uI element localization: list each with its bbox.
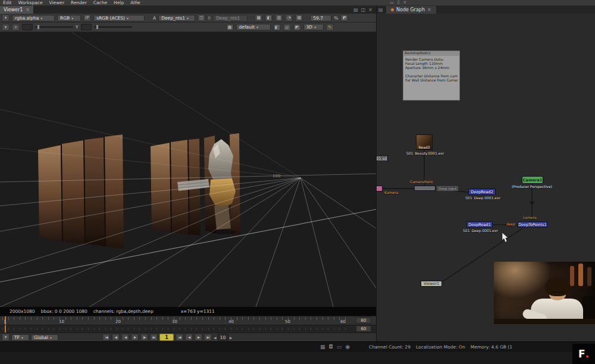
proxy-mode-icon[interactable]: ▦ [255, 14, 262, 21]
loop-start-button[interactable]: |◀ [176, 334, 183, 341]
scanline-icon[interactable]: ▥ [275, 14, 283, 21]
step-forward-button[interactable]: ▶ [195, 334, 202, 341]
timeline-options-caret-icon[interactable]: ▾ [2, 334, 10, 341]
menu-render[interactable]: Render [71, 0, 87, 5]
node-graph-tabbar: ▤ Node Graph × [376, 6, 595, 14]
node-graph-pane-menu-icon[interactable]: ▤ [378, 7, 383, 12]
goto-end-button[interactable]: ▶| [150, 334, 158, 341]
menu-workspace[interactable]: Workspace [18, 0, 43, 5]
timeline-ruler[interactable]: 1 10 20 30 40 50 60 60 [0, 316, 376, 325]
magnifier-icon[interactable]: ◉ [345, 344, 350, 350]
tick-label: 10 [59, 319, 64, 324]
tab-node-graph[interactable]: Node Graph × [386, 6, 436, 14]
pane-close-icon[interactable]: × [368, 7, 372, 12]
decrement-icon[interactable]: ◀ [214, 335, 217, 340]
fit-viewer-icon[interactable]: ◩ [340, 14, 348, 21]
chevron-down-icon: ▾ [256, 25, 258, 29]
node-deepread2[interactable]: DeepRead2 [468, 189, 496, 195]
frame-increment-value[interactable]: 10 [218, 334, 228, 341]
node-read3-file: _S01_Beauty.0001.exr [400, 151, 448, 155]
goto-start-button[interactable]: |◀ [102, 334, 110, 341]
mask-overlay-icon[interactable]: ◧ [273, 24, 281, 31]
stereo-modes-icon[interactable]: ▦ [226, 24, 234, 31]
gamma-value-field[interactable] [81, 24, 92, 30]
pane-menu-icon[interactable]: ▤ [353, 7, 358, 12]
node-camera1[interactable]: Camera1 [522, 176, 543, 184]
range-end-field-2[interactable]: 60 [356, 325, 371, 332]
localization-icon[interactable]: ▦ [320, 344, 325, 350]
node-deeptopoints1[interactable]: DeepToPoints1 [518, 221, 547, 228]
frame-increment-spinner[interactable]: ◀ 10 ▶ [214, 334, 232, 341]
view-mode-dropdown[interactable]: 3D ▾ [303, 24, 324, 30]
node-partial-left[interactable]: M01.sd [376, 155, 388, 162]
cursor-position-label: x=763 y=1311 [181, 309, 215, 314]
node-viewer1[interactable]: Viewer1 [421, 281, 442, 287]
input-process-toggle[interactable]: IP [83, 14, 91, 21]
node-read3-label: Read3 [419, 145, 430, 149]
node-pink[interactable] [376, 186, 383, 192]
input-b-value: Deep_nts1 [216, 15, 240, 21]
range-end-field[interactable]: 60 [356, 317, 371, 324]
gamma-slider[interactable] [94, 26, 132, 28]
menu-viewer[interactable]: Viewer [49, 0, 65, 5]
step-back-button[interactable]: ◀ [121, 334, 129, 341]
menu-edit[interactable]: Edit [3, 0, 12, 5]
menu-help[interactable]: Help [114, 0, 124, 5]
zoom-level-value: 59.7 [313, 15, 323, 21]
node-backdrop[interactable]: BackdropNode1 Render Camera Data: Focal … [403, 51, 460, 101]
layer-select-dropdown[interactable]: default ▾ [236, 24, 271, 30]
pause-refresh-icon[interactable]: ◔ [285, 14, 293, 21]
webcam-overlay [494, 262, 595, 324]
tab-close-icon[interactable]: × [26, 7, 30, 12]
colorspace-dropdown[interactable]: sRGB (ACES) ▾ [93, 15, 145, 21]
frame-hold-icon[interactable]: ▤ [295, 14, 303, 21]
view-mode-value: 3D [306, 24, 313, 30]
input-a-dropdown[interactable]: Deep_nts1 ▾ [158, 15, 195, 21]
node-read3[interactable]: Read3 [416, 134, 433, 150]
frame-mode-dropdown[interactable]: TF ▾ [11, 334, 29, 341]
frame-slider-playhead[interactable] [5, 325, 6, 332]
gain-slider[interactable] [35, 26, 73, 28]
viewer-menu-caret-icon[interactable]: ▾ [2, 14, 10, 21]
gamma-slider-handle[interactable] [96, 24, 99, 30]
lock-icon[interactable]: ◘ [329, 344, 333, 350]
safe-zone-icon[interactable]: ◩ [293, 24, 301, 31]
menu-alfie[interactable]: Alfie [130, 0, 140, 5]
node-deepread1-label: DeepRead1 [468, 222, 491, 227]
zoom-unit-label: % [334, 15, 338, 21]
gain-toggle-icon[interactable]: + [12, 24, 20, 31]
roi-icon[interactable]: ◧ [265, 14, 273, 21]
play-button[interactable]: ▶ [131, 334, 139, 341]
current-frame-field[interactable]: 1 [159, 334, 174, 341]
zoom-level-dropdown[interactable]: 59.7 [310, 15, 331, 21]
frame-slider[interactable]: 60 [0, 325, 376, 332]
channel-layer-dropdown[interactable]: rgba.alpha ▾ [12, 15, 55, 21]
prev-keyframe-button[interactable]: ◀| [112, 334, 120, 341]
step-back-2-button[interactable]: ◀ [185, 334, 193, 341]
tab-viewer1[interactable]: Viewer1 × [0, 6, 34, 14]
viewer-settings-caret-icon[interactable]: ▾ [2, 24, 10, 31]
increment-icon[interactable]: ▶ [230, 335, 233, 340]
window-layout-icon[interactable]: ▭ [390, 0, 394, 5]
menu-cache[interactable]: Cache [93, 0, 107, 5]
tab-close-icon[interactable]: × [427, 7, 431, 12]
input-b-dropdown[interactable]: Deep_nts1 [213, 15, 248, 21]
next-keyframe-button[interactable]: |▶ [140, 334, 148, 341]
backdrop-line: Render Camera Data: [405, 57, 458, 61]
loop-end-button[interactable]: ▶| [204, 334, 212, 341]
viewer-3d-viewport[interactable]: 100 [0, 32, 376, 307]
pane-float-icon[interactable]: ◫ [361, 7, 366, 12]
display-channels-dropdown[interactable]: RGB ▾ [57, 15, 81, 21]
window-close-icon[interactable]: × [403, 0, 406, 5]
annotate-pencil-icon[interactable]: ✎ [326, 24, 334, 31]
wipe-mode-icon[interactable]: ◫ [198, 14, 205, 21]
node-camera-point[interactable] [414, 186, 436, 191]
guides-icon[interactable]: ◎ [283, 24, 291, 31]
node-deepread1[interactable]: DeepRead1 [466, 221, 493, 228]
pane-layout-icon[interactable]: ▯ [397, 0, 400, 5]
gain-value-field[interactable] [22, 24, 33, 30]
gain-slider-handle[interactable] [37, 24, 40, 30]
range-scope-dropdown[interactable]: Global ▾ [31, 334, 58, 341]
snapshot-icon[interactable]: ▭ [337, 344, 342, 350]
viewer-info-bar: 2000x1080 bbox: 0 0 2000 1080 channels: … [0, 307, 376, 316]
